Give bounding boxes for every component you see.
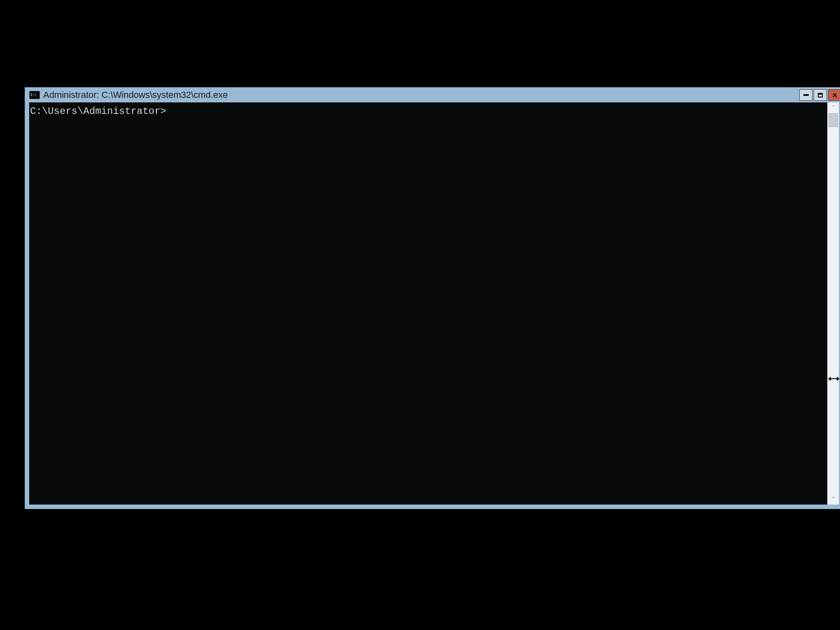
scroll-up-button[interactable]: ˄ [828, 102, 839, 113]
cmd-window: C:\ Administrator: C:\Windows\system32\c… [25, 87, 840, 509]
close-icon: ✕ [832, 92, 838, 98]
minimize-icon [803, 94, 809, 96]
maximize-button[interactable] [814, 89, 827, 101]
client-area: C:\Users\Administrator> ˄ ˅ [29, 102, 839, 505]
titlebar[interactable]: C:\ Administrator: C:\Windows\system32\c… [25, 88, 840, 102]
cmd-icon-label: C:\ [30, 93, 37, 97]
vertical-scrollbar[interactable]: ˄ ˅ [827, 102, 839, 505]
scroll-track[interactable] [828, 113, 839, 494]
window-title: Administrator: C:\Windows\system32\cmd.e… [43, 90, 228, 100]
maximize-icon [818, 93, 823, 97]
titlebar-left: C:\ Administrator: C:\Windows\system32\c… [29, 90, 228, 100]
close-button[interactable]: ✕ [828, 89, 840, 101]
terminal-output[interactable]: C:\Users\Administrator> [29, 102, 827, 505]
scroll-down-button[interactable]: ˅ [828, 494, 839, 505]
prompt-text: C:\Users\Administrator> [30, 106, 166, 117]
minimize-button[interactable] [799, 89, 812, 101]
scroll-thumb[interactable] [828, 113, 838, 127]
window-controls: ✕ [799, 89, 840, 101]
cmd-icon: C:\ [29, 91, 40, 99]
